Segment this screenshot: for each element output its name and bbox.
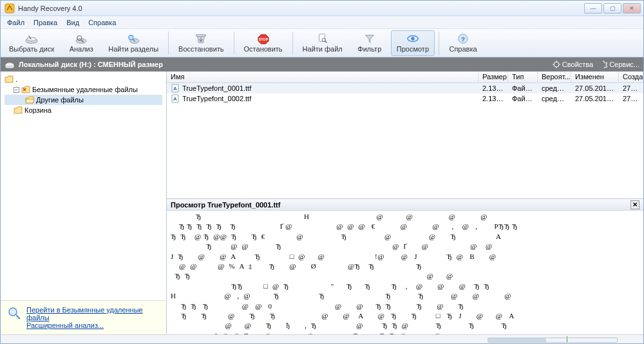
close-button[interactable]: ✕ <box>623 3 641 14</box>
col-mod[interactable]: Изменен <box>571 72 619 82</box>
col-cre[interactable]: Создан <box>619 72 643 82</box>
maximize-button[interactable]: ▢ <box>603 3 621 14</box>
find-file-icon <box>316 33 330 44</box>
menu-help[interactable]: Справка <box>88 19 116 26</box>
folder-icon <box>5 75 14 83</box>
trash-icon <box>14 106 23 114</box>
toolbar-find-partitions[interactable]: Найти разделы <box>102 30 164 56</box>
folder-tree-panel: . − Безымянные удаленные файлы Другие фа… <box>1 72 167 334</box>
col-name[interactable]: Имя <box>167 72 478 82</box>
minimize-button[interactable]: — <box>584 3 602 14</box>
toolbar-stop[interactable]: STOP Остановить <box>238 30 289 56</box>
folder-open-icon <box>25 96 34 104</box>
svg-point-5 <box>129 35 133 40</box>
collapse-icon[interactable]: − <box>14 87 19 93</box>
file-row[interactable]: ATrueTypefont_0001.ttf2.13GBФайл ...сред… <box>167 83 643 93</box>
preview-titlebar: Просмотр TrueTypefont_0001.ttf ✕ <box>167 199 643 211</box>
app-window: Handy Recovery 4.0 — ▢ ✕ Файл Правка Вид… <box>0 0 644 344</box>
tree-other-files[interactable]: Другие файлы <box>5 95 162 105</box>
svg-point-17 <box>9 308 17 316</box>
folder-deleted-icon <box>21 86 30 93</box>
window-controls: — ▢ ✕ <box>584 3 641 14</box>
svg-text:A: A <box>173 86 177 91</box>
app-icon <box>5 3 15 14</box>
svg-point-1 <box>27 37 36 41</box>
tip-advanced-link[interactable]: Расширенный анализ... <box>26 321 160 329</box>
file-list: ATrueTypefont_0001.ttf2.13GBФайл ...сред… <box>167 83 643 199</box>
tree-trash[interactable]: Корзина <box>5 105 162 115</box>
font-file-icon: A <box>171 84 180 93</box>
partitions-icon <box>126 33 140 44</box>
titlebar: Handy Recovery 4.0 — ▢ ✕ <box>1 1 643 16</box>
col-type[interactable]: Тип <box>508 72 538 82</box>
toolbar-recover[interactable]: Восстановить <box>173 30 229 56</box>
location-service[interactable]: Сервис... <box>600 61 639 68</box>
menu-view[interactable]: Вид <box>66 19 79 26</box>
toolbar-filter[interactable]: Фильтр <box>350 30 390 56</box>
statusbar <box>1 334 643 343</box>
svg-rect-15 <box>6 65 14 68</box>
filter-icon <box>363 33 377 44</box>
toolbar-about[interactable]: ? Справка <box>443 30 483 56</box>
svg-text:?: ? <box>461 35 465 43</box>
col-size[interactable]: Размер <box>478 72 508 82</box>
svg-point-11 <box>411 37 414 40</box>
stop-icon: STOP <box>256 33 270 44</box>
preview-content: Ђ Н @ @ @ @ Ђ Ђ Ђ Ђ Ђ Ђ Ґ @ @ @ <box>167 211 643 334</box>
tree-root[interactable]: . <box>5 74 162 84</box>
preview-close-button[interactable]: ✕ <box>630 200 639 209</box>
toolbar-analyze[interactable]: Анализ <box>61 30 101 56</box>
tree-unnamed-deleted[interactable]: − Безымянные удаленные файлы <box>5 84 162 95</box>
toolbar-find-file[interactable]: Найти файл <box>297 30 348 56</box>
location-properties[interactable]: Свойства <box>553 61 593 68</box>
toolbar: Выбрать диск Анализ Найти разделы Восста… <box>1 29 643 57</box>
magnifier-icon <box>7 306 21 320</box>
col-prob[interactable]: Вероят... <box>538 72 571 82</box>
menu-edit[interactable]: Правка <box>33 19 57 26</box>
svg-text:A: A <box>173 96 177 102</box>
svg-text:STOP: STOP <box>258 37 268 41</box>
preview-icon <box>406 33 420 44</box>
location-text: Локальный диск (H:) : СМЕННЫЙ размер <box>19 61 163 68</box>
location-bar: Локальный диск (H:) : СМЕННЫЙ размер Сво… <box>1 57 643 72</box>
font-file-icon: A <box>171 94 180 103</box>
file-list-header: Имя Размер Тип Вероят... Изменен Создан <box>167 72 643 83</box>
preview-title-text: Просмотр TrueTypefont_0001.ttf <box>171 201 280 209</box>
toolbar-select-disk[interactable]: Выбрать диск <box>3 30 60 56</box>
tip-goto-link[interactable]: Перейти в Безымянные удаленные файлы <box>26 306 160 321</box>
window-title: Handy Recovery 4.0 <box>18 5 584 12</box>
drive-icon <box>5 59 15 70</box>
recover-icon <box>194 33 208 44</box>
help-icon: ? <box>456 33 470 44</box>
disk-icon <box>24 33 39 44</box>
menu-file[interactable]: Файл <box>7 19 24 26</box>
analyze-icon <box>74 33 88 44</box>
file-row[interactable]: ATrueTypefont_0002.ttf2.13GBФайл ...сред… <box>167 93 643 104</box>
tip-panel: Перейти в Безымянные удаленные файлы Рас… <box>1 300 166 334</box>
svg-point-16 <box>554 62 559 67</box>
toolbar-preview[interactable]: Просмотр <box>391 30 435 56</box>
menubar: Файл Правка Вид Справка <box>1 16 643 29</box>
